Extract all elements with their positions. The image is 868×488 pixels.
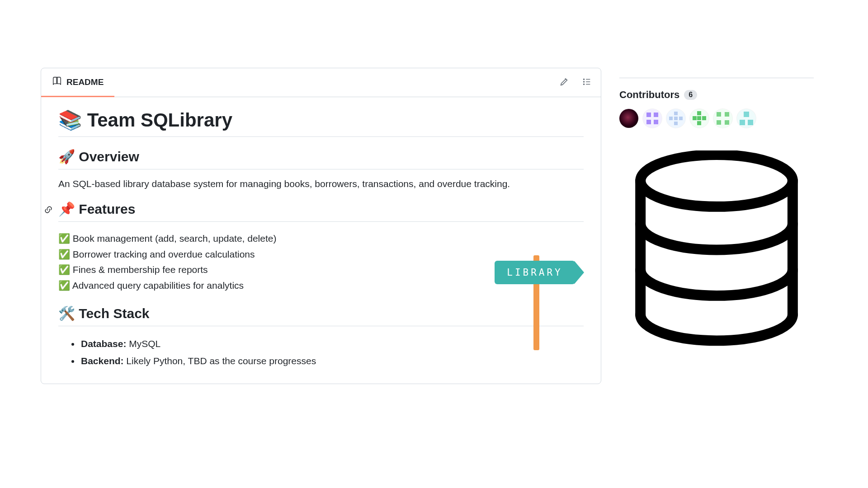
svg-point-6: [641, 155, 793, 207]
feature-item: ✅ Book management (add, search, update, …: [58, 231, 584, 247]
svg-point-0: [584, 79, 585, 80]
readme-header: README: [41, 68, 601, 97]
svg-point-2: [584, 84, 585, 85]
outline-button[interactable]: [582, 77, 592, 88]
overview-heading: 🚀 Overview: [58, 149, 584, 169]
readme-body: 📚 Team SQLibrary 🚀 Overview An SQL-based…: [41, 97, 601, 384]
sign-board: LIBRARY: [495, 261, 575, 284]
avatar[interactable]: [666, 109, 685, 128]
svg-point-1: [584, 81, 585, 82]
pencil-icon: [559, 77, 569, 88]
page-title: 📚 Team SQLibrary: [58, 109, 584, 137]
sidebar: Contributors 6: [619, 68, 814, 384]
list-icon: [582, 77, 592, 88]
tech-item: Backend: Likely Python, TBD as the cours…: [80, 352, 584, 370]
overview-text: An SQL-based library database system for…: [58, 178, 584, 189]
avatar[interactable]: [713, 109, 732, 128]
database-icon: [628, 150, 814, 351]
contributors-count-badge: 6: [684, 90, 697, 100]
library-sign-illustration: LIBRARY: [495, 250, 583, 349]
avatar[interactable]: [737, 109, 756, 128]
book-icon: [52, 76, 62, 88]
readme-panel: README 📚 Team SQLibrary 🚀 Overview An SQ…: [41, 68, 601, 384]
readme-tab[interactable]: README: [41, 69, 114, 97]
avatar[interactable]: [643, 109, 662, 128]
contributors-label: Contributors: [619, 89, 679, 101]
contributors-header[interactable]: Contributors 6: [619, 89, 814, 101]
features-heading: 📌 Features: [58, 201, 584, 222]
avatar[interactable]: [690, 109, 709, 128]
avatar[interactable]: [619, 109, 638, 128]
edit-button[interactable]: [559, 77, 569, 88]
readme-tab-label: README: [66, 77, 104, 87]
anchor-link-icon[interactable]: [44, 205, 53, 214]
contributors-avatars: [619, 109, 814, 128]
